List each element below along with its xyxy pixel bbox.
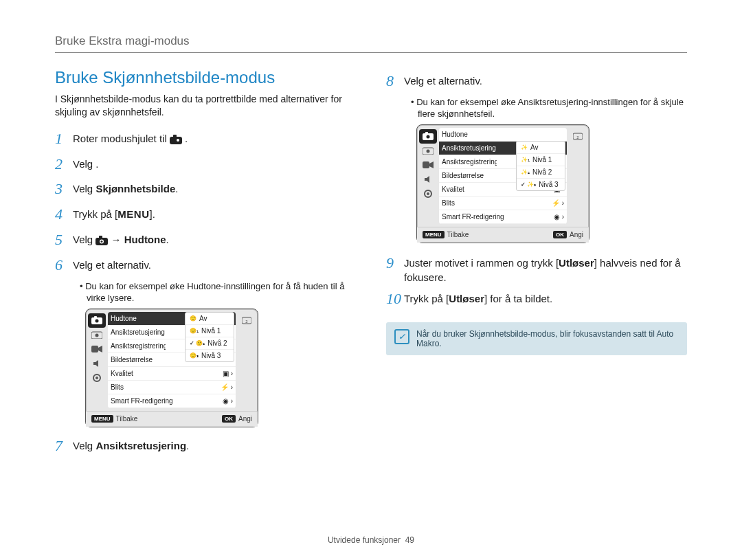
lcd-row-label: Bildestørrelse (442, 172, 484, 179)
lcd-option-label: Av (530, 144, 539, 151)
breadcrumb: Bruke Ekstra magi-modus (55, 34, 687, 53)
lcd-tab-gear-icon (86, 371, 108, 385)
step-number: 7 (55, 436, 73, 457)
lcd-option-label: Nivå 1 (201, 327, 221, 335)
step-number: 2 (55, 154, 73, 175)
lcd-option-label: Nivå 3 (539, 181, 558, 188)
lcd-panel-hudtone: Hudtone Ansiktsretusjering Ansiktsregist… (85, 309, 258, 427)
svg-point-9 (95, 320, 99, 323)
lcd-option-label: Nivå 1 (532, 156, 552, 164)
intro-text: I Skjønnhetsbilde-modus kan du ta portre… (55, 93, 356, 119)
step-text: Velg et alternativ. (73, 255, 356, 272)
lcd-option-label: Av (199, 315, 207, 322)
lcd-option: 🙂₃Nivå 3 (186, 350, 234, 361)
step-text: Velg et alternativ. (404, 71, 687, 88)
lcd-row-label: Kvalitet (442, 186, 464, 193)
svg-point-21 (427, 150, 430, 153)
step-bold: Utløser (449, 293, 484, 304)
lcd-row: Smart FR-redigering◉ › (108, 394, 236, 408)
step-number: 9 (386, 253, 404, 274)
lcd-row-label: Blits (442, 199, 455, 207)
svg-point-2 (177, 139, 179, 142)
step-9: 9 Juster motivet i rammen og trykk [Utlø… (386, 253, 687, 284)
step-text: Velg (73, 234, 95, 245)
step-text: . (186, 440, 189, 451)
svg-text:2: 2 (245, 320, 248, 324)
svg-point-14 (95, 377, 98, 379)
camera-icon (95, 236, 108, 245)
mode-dial-icon (170, 135, 182, 144)
step-text: Velg (73, 440, 95, 451)
step-text: Roter modushjulet til (73, 133, 170, 144)
step-6-note: Du kan for eksempel øke Hudtone-innstill… (69, 280, 356, 304)
lcd-option-label: Nivå 3 (201, 352, 221, 359)
lcd-tab-camera-icon (88, 313, 106, 328)
lcd-footer: MENU Tilbake OK Angi (417, 227, 589, 243)
lcd-option: 🙂₂Nivå 2 (186, 337, 234, 350)
lcd-option: 🙂Av (186, 313, 234, 325)
lcd-row: Kvalitet▣ › (108, 367, 236, 381)
lcd-row-label: Kvalitet (111, 370, 133, 377)
ok-badge: OK (553, 231, 567, 238)
svg-rect-0 (170, 137, 182, 144)
svg-rect-8 (94, 316, 97, 318)
lcd-tab-gear-icon (417, 187, 439, 201)
lcd-popup: 🙂Av 🙂₁Nivå 1 🙂₂Nivå 2 🙂₃Nivå 3 (185, 312, 234, 362)
svg-point-11 (95, 334, 99, 337)
info-icon: ✓ (394, 329, 409, 344)
lcd-ok-label: Angi (570, 231, 583, 238)
step-bold: Utløser (559, 257, 594, 269)
lcd-option-label: Nivå 2 (532, 168, 552, 176)
svg-point-6 (101, 240, 103, 243)
lcd-footer: MENU Tilbake OK Angi (86, 411, 258, 427)
lcd-row: Blits⚡ › (108, 381, 236, 394)
step-number: 3 (55, 179, 73, 200)
lcd-row: Hudtone (439, 128, 567, 142)
step-text: . (175, 183, 178, 194)
step-7: 7 Velg Ansiktsretusjering. (55, 436, 356, 457)
lcd-option: ✨₂Nivå 2 (517, 166, 565, 179)
step-text: Trykk på [ (73, 208, 117, 220)
menu-label: MENU (117, 208, 149, 220)
lcd-option: 🙂₁Nivå 1 (186, 325, 234, 337)
right-column: 8 Velg et alternativ. Du kan for eksempe… (386, 68, 687, 460)
svg-point-19 (427, 135, 430, 139)
step-number: 5 (55, 229, 73, 251)
info-note: ✓ Når du bruker Skjønnhetsbilde-modus, b… (386, 322, 687, 355)
lcd-panel-ansikt: Hudtone Ansiktsretusjering Ansiktsregist… (416, 124, 589, 243)
menu-badge: MENU (91, 415, 113, 423)
lcd-row: Blits⚡ › (439, 197, 567, 210)
svg-rect-12 (91, 346, 98, 352)
lcd-row-label: Blits (111, 383, 124, 391)
lcd-option: ✨₁Nivå 1 (517, 154, 565, 166)
lcd-back-label: Tilbake (116, 415, 138, 423)
lcd-row-label: Smart FR-redigering (442, 213, 504, 221)
lcd-option: ✨₃Nivå 3 (517, 179, 565, 190)
lcd-tab-extra-icon: 2 (567, 129, 589, 144)
lcd-tab-camera2-icon (417, 144, 439, 158)
step-1: 1 Roter modushjulet til . (55, 128, 356, 150)
step-arrow: → (111, 234, 124, 245)
step-number: 8 (386, 71, 404, 92)
lcd-row-label: Ansiktsretusjering (111, 328, 165, 336)
lcd-row: Smart FR-redigering◉ › (439, 210, 567, 224)
step-2: 2 Velg . (55, 154, 356, 175)
step-bold: Hudtone (124, 234, 166, 245)
section-title: Bruke Skjønnhetsbilde-modus (55, 68, 356, 87)
lcd-row-label: Ansiktsregistrering (111, 342, 166, 350)
note-text: Når du bruker Skjønnhetsbilde-modus, bli… (416, 329, 679, 348)
lcd-option: ✨Av (517, 142, 565, 154)
lcd-ok-label: Angi (238, 415, 252, 423)
ok-badge: OK (222, 415, 236, 423)
svg-point-24 (427, 192, 429, 195)
step-5: 5 Velg → Hudtone. (55, 229, 356, 251)
svg-rect-18 (425, 132, 428, 134)
step-text: . (166, 234, 169, 245)
step-10: 10 Trykk på [Utløser] for å ta bildet. (386, 289, 687, 310)
step-8-note: Du kan for eksempel øke Ansiktsretusjeri… (400, 96, 687, 120)
footer-page: 49 (405, 535, 414, 545)
lcd-value-icon: ◉ › (551, 213, 564, 221)
lcd-tab-extra-icon: 2 (236, 313, 258, 328)
left-column: Bruke Skjønnhetsbilde-modus I Skjønnhets… (55, 68, 356, 460)
menu-badge: MENU (423, 231, 445, 238)
